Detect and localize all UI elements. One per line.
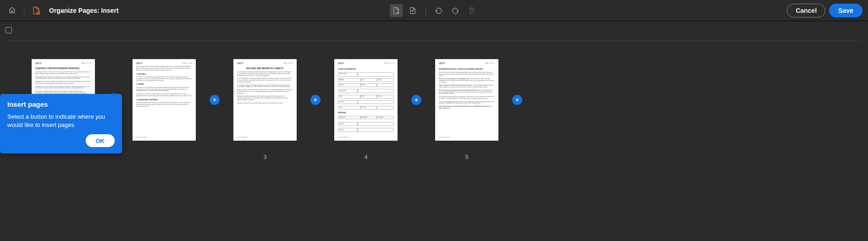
trash-icon [465, 4, 478, 17]
logo-text: DP [240, 62, 243, 65]
doc-heading: RELEASE AND WAIVER OF LIABILITY [237, 67, 293, 70]
page-number-label: 5 [465, 153, 468, 160]
footer-text: Revised 01/2023 [136, 137, 147, 139]
thumbnails-area: URDP Page % of 5 CONTRACT FOR PHOTOGRAPH… [0, 41, 868, 187]
page-thumbnail-4[interactable]: URDP Page % of 5 CLIENT INFORMATION Clie… [326, 59, 406, 160]
doc-subheading: 3. USAGE AND COPYRIGHT [136, 99, 192, 101]
insert-slot-5 [507, 59, 527, 141]
tooltip-title: Insert pages [7, 100, 115, 108]
undo-icon[interactable] [432, 4, 445, 17]
footer-text: Revised 01/2023 [237, 137, 248, 139]
insert-button[interactable] [411, 95, 421, 105]
insert-slot-3 [305, 59, 326, 141]
home-icon[interactable] [6, 4, 18, 17]
save-button[interactable]: Save [829, 4, 862, 17]
page-thumbnail-2[interactable]: URDP Page % of 5 Lorem ipsum dolor sit a… [124, 59, 205, 153]
insert-slot-4 [406, 59, 426, 141]
tooltip-ok-button[interactable]: OK [86, 134, 115, 147]
page-header-text: Page % of 5 [485, 62, 495, 64]
document-icon [30, 4, 43, 17]
page-number-label: 4 [364, 153, 367, 160]
doc-heading: CLIENT INFORMATION [338, 68, 394, 70]
page-header-text: Page % of 5 [81, 62, 91, 64]
redo-icon[interactable] [449, 4, 462, 17]
page-header-text: Page % of 5 [283, 62, 293, 64]
insert-button[interactable] [512, 95, 522, 105]
doc-subheading: 2. TERMS [136, 83, 192, 85]
logo-text: DP [39, 62, 42, 65]
footer-text: Revised 01/2023 [338, 137, 348, 139]
logo-text: DP [442, 62, 445, 65]
page-header-text: Page % of 5 [384, 62, 394, 64]
top-toolbar: Organize Pages: Insert Cancel Save [0, 0, 868, 21]
doc-heading: INFORMATION ABOUT YOUR PHOTOGRAPHY SESSI… [439, 68, 495, 70]
tooltip-body: Select a button to indicate where you wo… [7, 113, 115, 129]
page-thumbnail-3[interactable]: URDP Page % of 5 RELEASE AND WAIVER OF L… [225, 59, 305, 160]
cancel-button[interactable]: Cancel [787, 4, 825, 17]
logo-text: DP [341, 62, 344, 65]
divider [426, 6, 426, 15]
divider [24, 5, 24, 16]
page-thumbnail-1[interactable]: URDP Page % of 5 CONTRACT FOR PHOTOGRAPH… [23, 59, 104, 153]
insert-page-icon[interactable] [390, 4, 403, 17]
page-thumbnail-5[interactable]: URDP Page % of 5 INFORMATION ABOUT YOUR … [426, 59, 507, 160]
extract-page-icon[interactable] [406, 4, 419, 17]
logo-text: DP [139, 62, 143, 65]
doc-subheading: 1. RECITALS [136, 73, 192, 75]
footer-text: Revised 01/2023 [439, 137, 449, 139]
page-header-text: Page % of 5 [182, 62, 192, 64]
insert-slot-2 [205, 59, 225, 141]
insert-button[interactable] [210, 95, 220, 105]
page-number-label: 3 [263, 153, 266, 160]
insert-button[interactable] [310, 95, 321, 105]
insert-pages-tooltip: Insert pages Select a button to indicate… [0, 94, 122, 153]
page-title: Organize Pages: Insert [49, 7, 119, 14]
selection-row [0, 21, 868, 36]
doc-heading: CONTRACT FOR PHOTOGRAPHY SERVICES [35, 67, 91, 70]
select-all-checkbox[interactable] [6, 27, 12, 33]
